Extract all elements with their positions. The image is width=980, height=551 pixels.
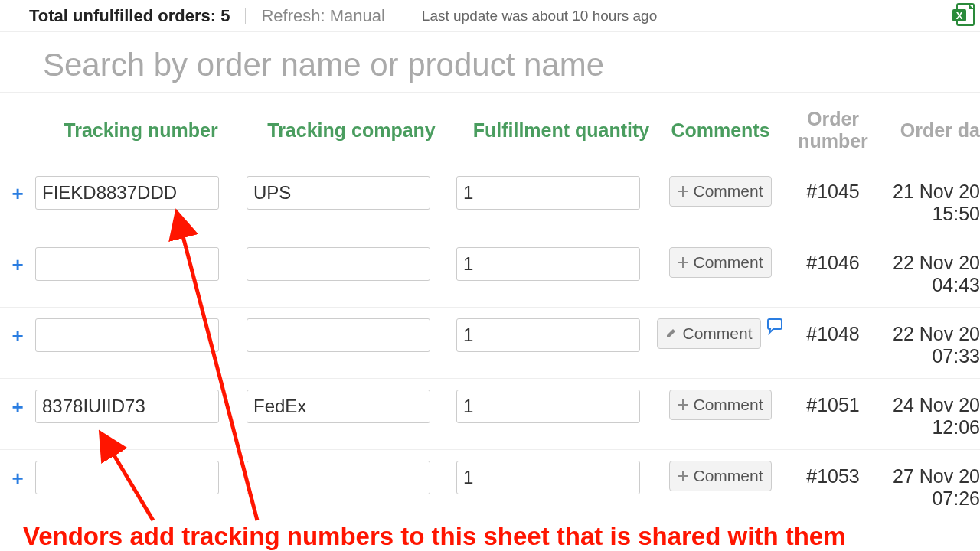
table-row: +Comment#104622 Nov 2004:43: [0, 236, 980, 307]
plus-icon: [678, 253, 688, 272]
tracking-number-input[interactable]: [35, 318, 219, 352]
col-tracking-number: Tracking number: [35, 119, 247, 142]
tracking-number-input[interactable]: [35, 247, 219, 281]
expand-row-icon[interactable]: +: [11, 396, 23, 419]
tracking-company-input[interactable]: [247, 176, 430, 210]
plus-icon: [678, 396, 688, 414]
order-date-value: 21 Nov 2015:50: [891, 176, 980, 225]
order-number-value: #1051: [775, 390, 891, 416]
order-number-value: #1045: [775, 176, 891, 203]
comment-button-label: Comment: [693, 253, 763, 272]
table-row: +Comment#104521 Nov 2015:50: [0, 165, 980, 236]
order-date-value: 22 Nov 2007:33: [891, 318, 980, 367]
col-comments: Comments: [666, 119, 775, 142]
total-unfulfilled-label: Total unfulfilled orders: 5: [29, 6, 230, 26]
order-number-value: #1046: [775, 247, 891, 274]
search-input[interactable]: [41, 46, 951, 84]
comment-button-label: Comment: [693, 396, 763, 414]
expand-row-icon[interactable]: +: [11, 467, 23, 491]
comment-button[interactable]: Comment: [657, 318, 760, 349]
fulfillment-qty-input[interactable]: [456, 318, 640, 352]
fulfillment-qty-input[interactable]: [456, 390, 640, 423]
col-order-number: Order number: [775, 108, 891, 152]
table-row: +Comment#104822 Nov 2007:33: [0, 307, 980, 378]
expand-row-icon[interactable]: +: [11, 253, 23, 277]
comment-button[interactable]: Comment: [669, 247, 771, 278]
col-order-date: Order da: [891, 119, 980, 142]
expand-row-icon[interactable]: +: [11, 182, 23, 206]
excel-export-icon[interactable]: X: [951, 2, 977, 31]
order-date-value: 24 Nov 2012:06: [891, 390, 980, 439]
plus-icon: [678, 467, 688, 485]
refresh-mode-label: Refresh: Manual: [261, 6, 384, 26]
tracking-company-input[interactable]: [247, 461, 430, 494]
table-row: +Comment#105124 Nov 2012:06: [0, 378, 980, 449]
comment-button[interactable]: Comment: [669, 176, 771, 207]
order-date-value: 22 Nov 2004:43: [891, 247, 980, 296]
tracking-company-input[interactable]: [247, 247, 430, 281]
table-header: Tracking number Tracking company Fulfill…: [0, 93, 980, 165]
col-fulfillment-qty: Fulfillment quantity: [456, 119, 666, 142]
fulfillment-qty-input[interactable]: [456, 176, 640, 210]
comment-button-label: Comment: [682, 324, 752, 343]
pencil-icon: [665, 324, 678, 343]
plus-icon: [678, 182, 688, 201]
order-date-value: 27 Nov 2007:26: [891, 461, 980, 510]
fulfillment-qty-input[interactable]: [456, 247, 640, 281]
comment-button-label: Comment: [693, 467, 763, 485]
annotation-text: Vendors add tracking numbers to this she…: [23, 522, 846, 551]
expand-row-icon[interactable]: +: [11, 324, 23, 348]
comment-button-label: Comment: [693, 182, 763, 201]
divider: [245, 8, 246, 24]
last-update-label: Last update was about 10 hours ago: [422, 8, 657, 24]
tracking-company-input[interactable]: [247, 390, 430, 423]
col-tracking-company: Tracking company: [247, 119, 456, 142]
table-row: +Comment#105327 Nov 2007:26: [0, 449, 980, 520]
tracking-number-input[interactable]: [35, 390, 219, 423]
tracking-number-input[interactable]: [35, 176, 219, 210]
order-number-value: #1053: [775, 461, 891, 487]
tracking-number-input[interactable]: [35, 461, 219, 494]
comment-button[interactable]: Comment: [669, 390, 771, 420]
fulfillment-qty-input[interactable]: [456, 461, 640, 494]
tracking-company-input[interactable]: [247, 318, 430, 352]
svg-text:X: X: [956, 10, 963, 21]
comment-button[interactable]: Comment: [669, 461, 771, 491]
order-number-value: #1048: [775, 318, 891, 345]
